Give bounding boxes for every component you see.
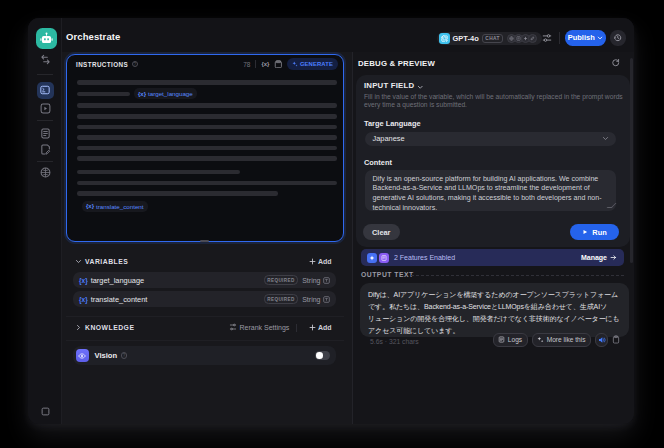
publish-label: Publish: [568, 33, 595, 42]
clear-label: Clear: [372, 228, 391, 237]
required-badge: REQUIRED: [264, 294, 298, 304]
capability-icon: [528, 34, 537, 43]
variable-name: translate_content: [91, 295, 148, 304]
prompt-variable-chip[interactable]: {x}target_language: [134, 88, 197, 99]
sidebar-item-monitoring[interactable]: [40, 167, 51, 178]
prompt-skeleton-line: [77, 92, 130, 97]
model-capability-badges: [507, 34, 537, 43]
debug-preview-title: DEBUG & PREVIEW: [358, 59, 435, 68]
prompt-skeleton-line: [77, 191, 278, 196]
manage-label: Manage: [581, 254, 607, 261]
input-field-description: every time a question is submitted.: [364, 101, 467, 108]
output-text-title: OUTPUT TEXT: [361, 271, 414, 278]
help-icon[interactable]: [121, 352, 128, 359]
target-language-label: Targe Language: [364, 119, 421, 128]
divider: [296, 324, 297, 332]
string-type-icon: [323, 277, 330, 284]
vision-label: Vision: [95, 351, 118, 360]
more-like-this-button[interactable]: More like this: [532, 333, 591, 347]
add-variable-button[interactable]: Add: [309, 258, 332, 265]
variable-row[interactable]: {x} translate_content REQUIRED String: [73, 291, 336, 307]
content-line: Backend-as-a-Service and LLMOps to strea…: [373, 184, 609, 194]
sidebar-item-exit[interactable]: [40, 54, 51, 65]
arrow-right-icon: [610, 254, 617, 261]
help-icon[interactable]: [132, 61, 139, 68]
rerank-label: Rerank Settings: [240, 324, 290, 331]
prompt-skeleton-line: [77, 114, 337, 119]
features-banner[interactable]: 2 Features Enabled Manage: [361, 249, 624, 266]
speaker-icon: [598, 336, 606, 344]
rerank-icon: [229, 323, 237, 331]
model-name: GPT-4o: [453, 34, 479, 43]
version-history-button[interactable]: [610, 30, 626, 46]
variable-name: target_language: [91, 276, 144, 285]
speaker-button[interactable]: [595, 333, 608, 347]
variables-header[interactable]: VARIABLES: [75, 258, 128, 265]
scrollbar[interactable]: [630, 58, 634, 263]
app-window: Orchestrate GPT-4o CHAT Publish: [28, 18, 634, 424]
model-selector[interactable]: GPT-4o CHAT: [437, 32, 542, 46]
variable-row[interactable]: {x} target_language REQUIRED String: [73, 272, 336, 288]
copy-icon[interactable]: [274, 60, 282, 69]
manage-button[interactable]: Manage: [581, 254, 617, 261]
section-divider: [66, 340, 344, 341]
robot-icon: [40, 32, 53, 45]
output-line: リューションの開発を合理化し、開発者だけでなく非技術的なイノベーターにも: [368, 313, 621, 325]
generate-button[interactable]: GENERATE: [287, 58, 337, 71]
logs-label: Logs: [508, 336, 522, 343]
collapse-sidebar-button[interactable]: [40, 406, 51, 417]
divider: [255, 60, 256, 68]
run-button[interactable]: Run: [570, 224, 619, 240]
content-line: Dify is an open-source platform for buil…: [373, 175, 609, 185]
generate-label: GENERATE: [300, 61, 333, 67]
knowledge-title: KNOWLEDGE: [85, 324, 134, 331]
collapse-square-icon: [41, 407, 50, 416]
sidebar-item-api[interactable]: [40, 128, 51, 139]
version-history-icon: [613, 33, 623, 43]
play-icon: [582, 229, 588, 235]
plus-icon: [309, 258, 316, 265]
document-icon: [40, 128, 51, 139]
rerank-settings-button[interactable]: Rerank Settings: [229, 323, 289, 331]
prompt-skeleton-line: [77, 156, 337, 161]
input-field-card: INPUT FIELD Fill in the value of the var…: [356, 75, 630, 247]
swap-icon: [40, 54, 51, 65]
chevron-down-icon: [602, 135, 609, 142]
sparkle-icon: [292, 61, 298, 67]
input-field-description: Fill in the value of the variable, which…: [364, 93, 623, 100]
variables-title: VARIABLES: [85, 258, 128, 265]
refresh-icon[interactable]: [611, 58, 621, 68]
variable-token: {x}: [79, 277, 88, 284]
publish-button[interactable]: Publish: [565, 30, 606, 46]
variable-token: {x}: [79, 296, 88, 303]
plus-icon: [309, 324, 316, 331]
instructions-title: INSTRUCTIONS: [76, 61, 128, 68]
globe-icon: [40, 167, 51, 178]
content-textarea[interactable]: Dify is an open-source platform for buil…: [365, 170, 617, 211]
insert-variable-icon[interactable]: {x}: [261, 61, 269, 67]
clear-button[interactable]: Clear: [363, 224, 400, 240]
output-line: です。私たちは、Backend-as-a-ServiceとLLMOpsを組み合わ…: [368, 301, 621, 313]
sidebar-item-logs[interactable]: [40, 144, 51, 155]
chevron-down-icon: [75, 258, 82, 265]
sidebar-item-orchestrate[interactable]: [37, 82, 54, 99]
vision-toggle[interactable]: [315, 351, 330, 360]
chevron-down-icon[interactable]: [417, 84, 424, 91]
run-label: Run: [592, 228, 606, 237]
logs-button[interactable]: Logs: [493, 333, 528, 347]
variable-type: String: [302, 296, 320, 303]
add-knowledge-button[interactable]: Add: [309, 324, 332, 331]
resize-handle[interactable]: [200, 240, 209, 242]
char-count: 78: [243, 61, 250, 68]
copy-output-icon[interactable]: [612, 335, 620, 344]
feature-icon-2: [379, 253, 389, 263]
select-value: Japanese: [373, 134, 405, 143]
model-params-icon[interactable]: [542, 33, 552, 43]
target-language-select[interactable]: Japanese: [365, 132, 617, 146]
prompt-variable-chip[interactable]: {x}translate_content: [82, 201, 148, 212]
input-field-title: INPUT FIELD: [364, 81, 414, 90]
content-line: technical innovators.: [373, 204, 609, 214]
instructions-header: INSTRUCTIONS 78 {x} GENERATE: [67, 55, 343, 73]
knowledge-header[interactable]: KNOWLEDGE: [75, 324, 134, 331]
sidebar-item-preview[interactable]: [40, 103, 51, 114]
